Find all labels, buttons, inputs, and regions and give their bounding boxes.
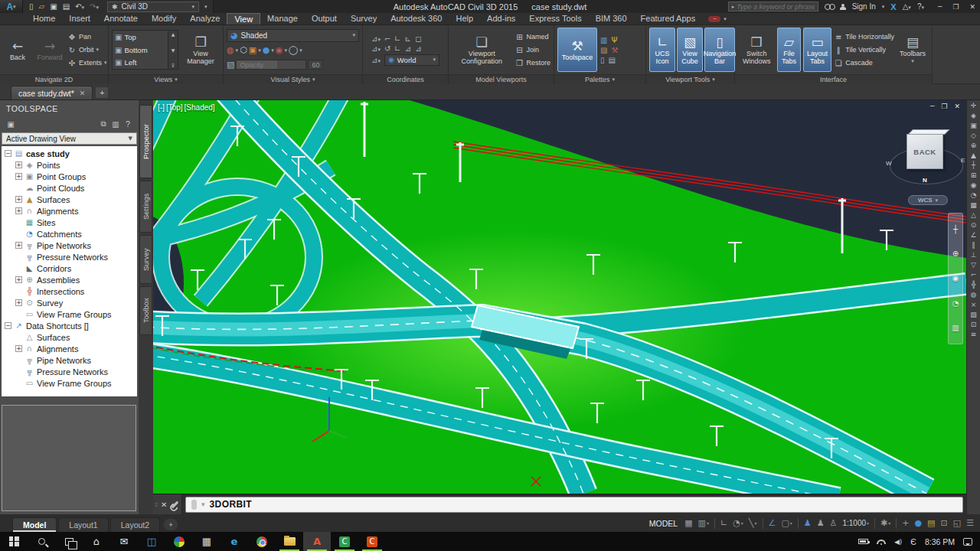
search-button[interactable] bbox=[28, 532, 55, 551]
layout-tabs-toggle[interactable]: ▭ Layout Tabs bbox=[803, 28, 832, 72]
snap-toolbar-icon-18[interactable]: ⌐ bbox=[971, 271, 977, 279]
sheet-tab-layout1[interactable]: Layout1 bbox=[58, 517, 108, 532]
tree-item-data-shortcuts[interactable]: −↗Data Shortcuts [] bbox=[3, 320, 137, 331]
orbit-button[interactable]: ↻Orbit▾ bbox=[67, 44, 107, 56]
opacity-slider[interactable]: Opacity bbox=[236, 60, 306, 70]
panel-label-model-viewports[interactable]: Model Viewports bbox=[449, 74, 554, 84]
pinwheel-app-icon[interactable] bbox=[165, 532, 193, 551]
ribbon-tab-output[interactable]: Output bbox=[305, 13, 344, 24]
tree-expand-icon[interactable]: + bbox=[15, 299, 22, 306]
ribbon-tab-manage[interactable]: Manage bbox=[260, 13, 305, 24]
ucs-z-icon[interactable]: ∟ bbox=[394, 44, 400, 53]
tree-item-corridors[interactable]: ◣Corridors bbox=[3, 262, 137, 274]
ribbon-tab-modify[interactable]: Modify bbox=[145, 13, 183, 24]
language-indicator[interactable]: Є bbox=[910, 537, 916, 546]
panorama-icon[interactable]: ⧉ bbox=[97, 119, 109, 129]
start-button[interactable] bbox=[0, 532, 28, 551]
view-list-item-top[interactable]: ▣Top bbox=[113, 31, 168, 44]
print-icon[interactable]: ▤ bbox=[63, 2, 70, 11]
sphere-blue-icon[interactable]: ● bbox=[263, 46, 270, 55]
drawing-close-icon[interactable]: ✕ bbox=[954, 103, 960, 110]
photos-icon[interactable]: ◫ bbox=[138, 532, 165, 551]
help-icon[interactable]: ?▾ bbox=[917, 2, 924, 11]
properties-palette-icon[interactable]: ▥ bbox=[600, 36, 607, 44]
battery-icon[interactable] bbox=[858, 539, 868, 544]
ucs-view-icon[interactable]: ◻ bbox=[415, 34, 421, 43]
tree-item-point-clouds[interactable]: ☁Point Clouds bbox=[3, 182, 137, 194]
action-center-icon[interactable] bbox=[963, 538, 972, 546]
tree-item-pipe-networks[interactable]: ╦Pipe Networks bbox=[3, 354, 137, 366]
views-list[interactable]: ▣Top▣Bottom▣Left bbox=[112, 30, 168, 70]
ucs-icon-1[interactable]: ⊿▾ bbox=[371, 34, 381, 43]
search-input[interactable] bbox=[737, 3, 814, 11]
tree-collapse-icon[interactable]: − bbox=[5, 150, 11, 157]
snap-toolbar-icon-6[interactable]: ▲ bbox=[971, 152, 976, 159]
ribbon-tab-analyze[interactable]: Analyze bbox=[183, 13, 227, 24]
full-navigation-wheel-icon[interactable]: ┼ bbox=[953, 225, 958, 233]
snap-toolbar-icon-17[interactable]: ▽ bbox=[971, 261, 976, 269]
tree-item-pressure-networks[interactable]: ╦Pressure Networks bbox=[3, 366, 137, 377]
chrome-icon[interactable] bbox=[248, 532, 276, 551]
panel-label-navigate-2d[interactable]: Navigate 2D bbox=[0, 74, 108, 84]
snap-toolbar-icon-7[interactable]: ┼ bbox=[972, 161, 975, 169]
camtasia-icon[interactable]: C bbox=[331, 532, 358, 551]
edge-icon[interactable]: e bbox=[220, 532, 248, 551]
face-style-icon[interactable]: ◍ bbox=[227, 46, 234, 55]
switch-windows-button[interactable]: ❒ Switch Windows bbox=[738, 28, 775, 72]
sphere-red-icon[interactable]: ◉ bbox=[276, 46, 283, 55]
open-file-icon[interactable]: ▱ bbox=[39, 2, 45, 11]
extents-button[interactable]: ✣Extents▾ bbox=[67, 57, 107, 69]
ribbon-minimize-icon[interactable]: ▾ bbox=[724, 16, 727, 22]
scale-value[interactable]: 1:1000▾ bbox=[842, 519, 869, 527]
tree-expand-icon[interactable]: + bbox=[15, 161, 22, 168]
visual-style-control[interactable]: [Shaded] bbox=[185, 103, 215, 112]
snap-toolbar-icon-10[interactable]: ◔ bbox=[971, 191, 977, 199]
snap-toolbar-icon-19[interactable]: ╬ bbox=[972, 281, 975, 289]
viewport-menu-control[interactable]: [-] bbox=[158, 103, 165, 112]
tree-item-case-study[interactable]: −▤case study bbox=[3, 148, 137, 159]
tree-item-assemblies[interactable]: +⊕Assemblies bbox=[3, 274, 137, 285]
file-tabs-toggle[interactable]: ▱ File Tabs bbox=[777, 28, 800, 72]
qat-customize-icon[interactable]: ▾ bbox=[204, 4, 207, 10]
autoscale-icon[interactable]: ♟ bbox=[817, 518, 825, 528]
compass-east-label[interactable]: E bbox=[961, 157, 965, 164]
snap-toolbar-icon-24[interactable]: ≡ bbox=[971, 331, 977, 338]
visual-style-dropdown[interactable]: ◕ Shaded ▾ bbox=[227, 29, 359, 42]
ribbon-tab-help[interactable]: Help bbox=[449, 13, 480, 24]
snap-toolbar-icon-1[interactable]: ✛ bbox=[971, 102, 977, 109]
command-close-icon[interactable]: ✕ bbox=[161, 500, 167, 509]
cascade-button[interactable]: ❏Cascade bbox=[834, 57, 894, 69]
view-manager-button[interactable]: ❐ View Manager bbox=[181, 28, 220, 72]
tree-item-pipe-networks[interactable]: +╦Pipe Networks bbox=[3, 240, 137, 251]
wcs-menu[interactable]: WCS▾ bbox=[908, 195, 948, 205]
orbit-icon[interactable]: ◔ bbox=[952, 299, 959, 308]
restore-button[interactable]: ❐ bbox=[952, 3, 959, 11]
autosnap-marker-icon[interactable]: ∠ bbox=[769, 518, 776, 528]
redo-icon[interactable]: ↷▾ bbox=[90, 2, 99, 11]
search-icon[interactable] bbox=[825, 4, 834, 9]
file-tab-active[interactable]: case study.dwt* ✕ bbox=[11, 86, 93, 99]
views-list-scrollbar[interactable]: ▲▼⊽ bbox=[168, 30, 178, 70]
navigation-bar[interactable]: ┼⊕◉◔▥ bbox=[948, 213, 963, 344]
close-button[interactable]: ✕ bbox=[969, 3, 975, 11]
compass-north-label[interactable]: N bbox=[923, 177, 927, 184]
tree-expand-icon[interactable]: + bbox=[15, 276, 22, 283]
survey-toolbar-icon[interactable]: ⚒ bbox=[611, 46, 618, 54]
palette-icon-5[interactable]: ▯ bbox=[600, 56, 605, 64]
showmotion-icon[interactable]: ▥ bbox=[952, 324, 959, 332]
new-file-icon[interactable]: ▯ bbox=[29, 2, 34, 11]
snap-toolbar-icon-9[interactable]: ◉ bbox=[971, 181, 977, 189]
toolspace-help-icon[interactable]: ? bbox=[122, 120, 134, 129]
tree-item-alignments[interactable]: +∩Alignments bbox=[3, 343, 137, 354]
tree-collapse-icon[interactable]: − bbox=[5, 322, 11, 329]
ribbon-tab-annotate[interactable]: Annotate bbox=[97, 13, 145, 24]
snap-toolbar-icon-15[interactable]: ∥ bbox=[972, 241, 975, 249]
plot-icon[interactable]: ▤ bbox=[927, 518, 935, 528]
ortho-icon[interactable]: ∟ bbox=[720, 518, 727, 528]
ribbon-tab-insert[interactable]: Insert bbox=[62, 13, 97, 24]
view-cube-face[interactable]: BACK bbox=[906, 134, 943, 169]
view-cube[interactable]: BACK N W E WCS▾ bbox=[887, 131, 966, 207]
tree-item-surfaces[interactable]: +▲Surfaces bbox=[3, 194, 137, 205]
toolspace-button[interactable]: ⚒ Toolspace bbox=[557, 28, 597, 72]
snap-toolbar-icon-4[interactable]: ◇ bbox=[971, 132, 976, 139]
